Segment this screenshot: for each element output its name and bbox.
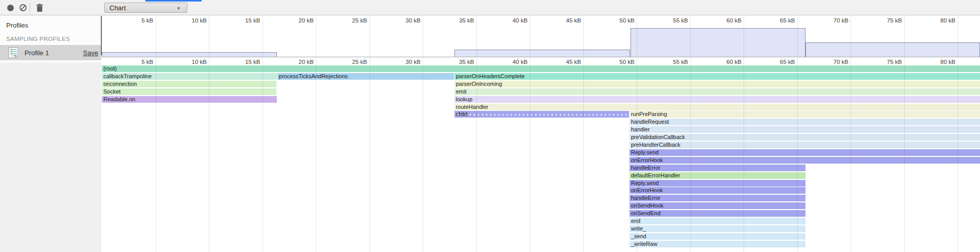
flame-bar[interactable]: onSendEnd [629, 210, 805, 217]
axis-tick-label: 55 kB [652, 17, 688, 24]
flame-bar-label: _send [631, 233, 646, 239]
flame-bar-label: handleError [631, 195, 660, 201]
flame-bar[interactable]: (root) [102, 65, 980, 72]
axis-tick-label: 20 kB [278, 59, 314, 65]
flame-bar-label: end [631, 218, 640, 224]
flame-bar[interactable]: runPreParsing [629, 111, 980, 118]
axis-tick-label: 80 kB [920, 59, 955, 65]
sidebar-empty-area [0, 62, 101, 252]
gridline [423, 57, 423, 252]
flame-bar[interactable]: handleError [629, 165, 805, 171]
flame-bar[interactable]: onSendHook [629, 202, 805, 209]
flame-bar[interactable]: handleRequest [629, 119, 980, 125]
flame-bar-label: handleError [631, 165, 660, 171]
chart-pane: 5 kB10 kB15 kB20 kB25 kB30 kB35 kB40 kB4… [102, 15, 980, 252]
chart-select-value: Chart [105, 4, 126, 12]
profile-name: Profile 1 [25, 49, 49, 57]
flame-bar-label: parserOnIncoming [456, 81, 503, 87]
save-profile-link[interactable]: Save [83, 49, 98, 57]
flame-bar[interactable]: Socket [102, 88, 276, 95]
flame-bar[interactable]: Readable.on [102, 96, 277, 103]
flame-bar[interactable]: onErrorHook [629, 187, 805, 194]
flame-bar-label: onErrorHook [631, 157, 663, 163]
flame-bar[interactable]: emit [454, 88, 980, 95]
flame-bar[interactable]: defaultErrorHandler [629, 172, 805, 179]
flame-bar-label: preValidationCallback [631, 134, 685, 140]
flame-bar[interactable]: _writeRaw [629, 241, 805, 247]
axis-tick-label: 15 kB [225, 59, 260, 65]
gridline [904, 57, 905, 252]
gridline [209, 57, 209, 252]
gridline [957, 57, 958, 252]
axis-tick-label: 40 kB [492, 59, 528, 65]
gridline [369, 16, 370, 57]
axis-tick-label: 50 kB [599, 17, 635, 24]
axis-tick-label: 35 kB [439, 17, 474, 24]
record-icon [7, 5, 14, 11]
overview-area-step [454, 50, 630, 57]
flame-bar[interactable]: lookup [454, 96, 980, 103]
flame-bar[interactable]: Reply.send [629, 180, 805, 187]
flame-bar[interactable]: parserOnIncoming [454, 81, 980, 87]
flame-bar[interactable]: write_ [629, 225, 805, 232]
axis-tick-label: 75 kB [866, 59, 902, 65]
axis-tick-label: 25 kB [332, 59, 367, 65]
flame-bar[interactable]: child [454, 111, 629, 118]
flame-bar[interactable]: handler [629, 126, 980, 133]
gridline [156, 57, 156, 252]
flame-bar-label: onconnection [103, 81, 137, 87]
gridline [156, 16, 156, 57]
flame-bar-label: processTicksAndRejections [279, 73, 348, 79]
trash-icon [36, 4, 43, 12]
gridline [423, 16, 423, 57]
flame-bar-label: _writeRaw [631, 241, 657, 247]
flame-bar-label: child [456, 111, 468, 117]
gridline [530, 57, 530, 252]
axis-tick-label: 40 kB [492, 17, 528, 24]
chart-view-select[interactable]: Chart ▼ [104, 3, 187, 13]
flame-bar[interactable]: handleError [629, 195, 805, 201]
flame-bar[interactable]: routeHandler [454, 104, 980, 110]
flame-bar[interactable]: onErrorHook [629, 157, 980, 164]
flame-bar[interactable]: _send [629, 233, 805, 240]
flame-bar-label: routeHandler [456, 104, 489, 110]
flame-bar-label: onErrorHook [631, 187, 663, 193]
sampling-profiles-section-label: SAMPLING PROFILES [6, 36, 70, 42]
gridline [744, 16, 744, 57]
flame-bar-label: Readable.on [103, 96, 135, 102]
flame-bar[interactable]: processTicksAndRejections [277, 73, 454, 80]
flame-bar-label: preHandlerCallback [631, 142, 681, 148]
axis-tick-label: 5 kB [118, 17, 154, 24]
flame-bar[interactable]: preHandlerCallback [629, 142, 980, 148]
axis-tick-label: 45 kB [546, 17, 581, 24]
gridline [583, 57, 584, 252]
delete-profile-button[interactable] [33, 0, 46, 15]
axis-tick-label: 60 kB [706, 17, 742, 24]
flame-bar[interactable]: end [629, 218, 805, 224]
gridline [690, 57, 691, 252]
gridline [530, 16, 530, 57]
overview-area-step [102, 52, 277, 57]
flame-bar[interactable]: callbackTrampoline [102, 73, 277, 80]
axis-tick-label: 30 kB [385, 59, 421, 65]
svg-text:%: % [13, 54, 17, 58]
flame-bar[interactable]: preValidationCallback [629, 134, 980, 141]
clear-profiles-button[interactable] [16, 0, 30, 15]
axis-tick-label: 30 kB [385, 17, 421, 24]
overview-area-step [805, 42, 980, 57]
allocation-overview-chart[interactable]: 5 kB10 kB15 kB20 kB25 kB30 kB35 kB40 kB4… [102, 16, 980, 57]
axis-tick-label: 25 kB [332, 17, 367, 24]
record-button[interactable] [4, 0, 17, 15]
gridline [263, 16, 263, 57]
flame-bar[interactable]: onconnection [102, 81, 276, 87]
gridline [637, 57, 637, 252]
flame-bar-label: lookup [456, 96, 472, 102]
axis-tick-label: 65 kB [759, 59, 795, 65]
flame-chart[interactable]: 5 kB10 kB15 kB20 kB25 kB30 kB35 kB40 kB4… [102, 57, 980, 252]
chevron-down-icon: ▼ [177, 6, 181, 11]
axis-tick-label: 65 kB [759, 17, 795, 24]
flame-bar[interactable]: parserOnHeadersComplete [454, 73, 980, 80]
gridline [851, 57, 851, 252]
sidebar-title: Profiles [6, 21, 28, 29]
flame-bar[interactable]: Reply.send [629, 149, 980, 156]
